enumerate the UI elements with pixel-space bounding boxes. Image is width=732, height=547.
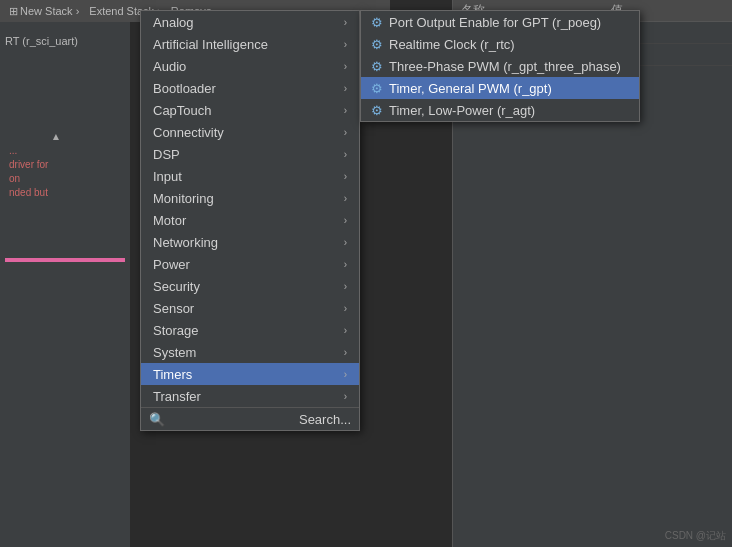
pink-bar (5, 258, 125, 262)
menu-item-system[interactable]: System › (141, 341, 359, 363)
menu-item-networking[interactable]: Networking › (141, 231, 359, 253)
arrow-icon: › (344, 83, 347, 94)
submenu-item-poeg[interactable]: ⚙ Port Output Enable for GPT (r_poeg) (361, 11, 639, 33)
arrow-icon: › (344, 149, 347, 160)
gear-icon: ⚙ (371, 15, 383, 30)
menu-item-bootloader[interactable]: Bootloader › (141, 77, 359, 99)
arrow-icon: › (344, 237, 347, 248)
arrow-icon: › (344, 39, 347, 50)
menu-item-analog[interactable]: Analog › (141, 11, 359, 33)
message-panel: ... driver for on nded but (5, 140, 125, 204)
arrow-icon: › (344, 61, 347, 72)
menu-item-ai[interactable]: Artificial Intelligence › (141, 33, 359, 55)
stack-label: RT (r_sci_uart) (5, 35, 125, 47)
context-menu: Analog › Artificial Intelligence › Audio… (140, 10, 360, 431)
new-stack-button[interactable]: ⊞ New Stack › (6, 4, 82, 19)
arrow-icon: › (344, 303, 347, 314)
menu-item-captouch[interactable]: CapTouch › (141, 99, 359, 121)
menu-item-power[interactable]: Power › (141, 253, 359, 275)
menu-item-connectivity[interactable]: Connectivity › (141, 121, 359, 143)
arrow-icon: › (344, 259, 347, 270)
menu-item-motor[interactable]: Motor › (141, 209, 359, 231)
arrow-icon: › (344, 193, 347, 204)
menu-item-audio[interactable]: Audio › (141, 55, 359, 77)
gear-icon: ⚙ (371, 37, 383, 52)
submenu-timers: ⚙ Port Output Enable for GPT (r_poeg) ⚙ … (360, 10, 640, 122)
menu-item-input[interactable]: Input › (141, 165, 359, 187)
menu-item-storage[interactable]: Storage › (141, 319, 359, 341)
arrow-icon: › (344, 215, 347, 226)
menu-item-dsp[interactable]: DSP › (141, 143, 359, 165)
new-stack-icon: ⊞ (9, 5, 18, 18)
left-panel: ⊞ New Stack › Extend Stack › Remove RT (… (0, 0, 130, 547)
menu-item-sensor[interactable]: Sensor › (141, 297, 359, 319)
arrow-icon: › (344, 391, 347, 402)
arrow-icon: › (344, 171, 347, 182)
menu-item-monitoring[interactable]: Monitoring › (141, 187, 359, 209)
arrow-icon: › (344, 369, 347, 380)
watermark: CSDN @记站 (665, 529, 726, 543)
search-icon: 🔍 (149, 412, 165, 427)
arrow-icon: › (344, 17, 347, 28)
arrow-icon: › (344, 105, 347, 116)
gear-icon: ⚙ (371, 103, 383, 118)
menu-item-transfer[interactable]: Transfer › (141, 385, 359, 407)
submenu-item-agt[interactable]: ⚙ Timer, Low-Power (r_agt) (361, 99, 639, 121)
submenu-item-rtc[interactable]: ⚙ Realtime Clock (r_rtc) (361, 33, 639, 55)
menu-item-timers[interactable]: Timers › (141, 363, 359, 385)
gear-icon: ⚙ (371, 59, 383, 74)
gear-icon: ⚙ (371, 81, 383, 96)
arrow-icon: › (344, 127, 347, 138)
arrow-icon: › (344, 347, 347, 358)
menu-item-security[interactable]: Security › (141, 275, 359, 297)
menu-item-search[interactable]: 🔍 Search... (141, 408, 359, 430)
arrow-icon: › (344, 325, 347, 336)
arrow-icon: › (344, 281, 347, 292)
submenu-item-gpt[interactable]: ⚙ Timer, General PWM (r_gpt) (361, 77, 639, 99)
submenu-item-three-phase[interactable]: ⚙ Three-Phase PWM (r_gpt_three_phase) (361, 55, 639, 77)
